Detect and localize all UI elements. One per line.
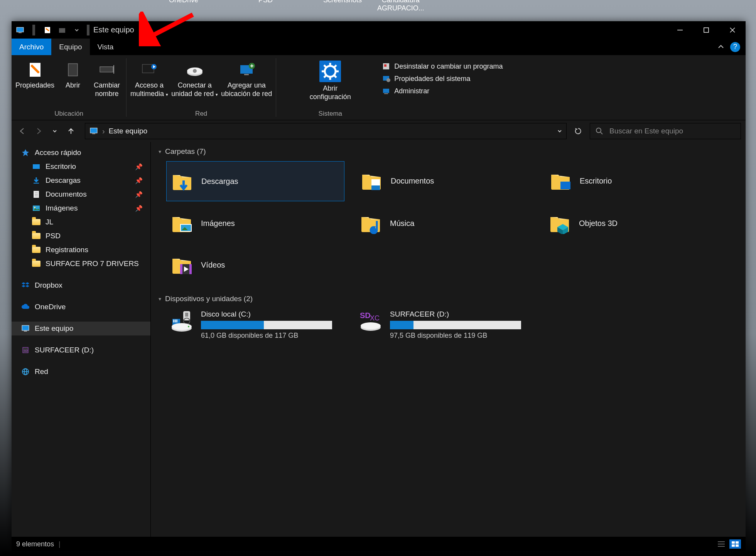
sidebar-surfaceer-drive[interactable]: SD SURFACEER (D:) [12, 343, 150, 357]
folder-label: Documentos [391, 177, 434, 185]
breadcrumb[interactable]: Este equipo [109, 127, 147, 135]
folder-icon [548, 212, 571, 235]
svg-text:SD: SD [360, 311, 371, 320]
svg-rect-55 [371, 185, 380, 190]
qat-properties-icon[interactable] [41, 24, 54, 36]
svg-rect-62 [189, 264, 192, 274]
tab-view[interactable]: Vista [90, 39, 122, 55]
sidebar-this-pc[interactable]: Este equipo [12, 322, 150, 335]
details-view-button[interactable] [716, 539, 727, 549]
properties-button[interactable]: Propiedades [15, 58, 54, 108]
window-title: Este equipo [93, 25, 134, 34]
collapse-ribbon-icon[interactable] [717, 42, 725, 51]
folder-icon [360, 169, 383, 192]
history-dropdown[interactable] [49, 125, 61, 137]
folder-item[interactable]: Descargas [166, 161, 344, 201]
forward-button[interactable] [32, 125, 45, 137]
drive-icon [170, 310, 194, 332]
sidebar-quick-item[interactable]: Descargas📌 [12, 174, 150, 187]
drive-icon: SDXC [359, 310, 383, 332]
drive-item[interactable]: SDXC SURFACEER (D:) 97,5 GB disponibles … [355, 308, 533, 341]
tab-file[interactable]: Archivo [12, 39, 51, 55]
open-settings-button[interactable]: Abrir configuración [310, 58, 351, 101]
drive-label: Disco local (C:) [201, 310, 340, 318]
add-network-location-button[interactable]: Agregar una ubicación de red [221, 58, 272, 108]
maximize-button[interactable] [693, 21, 719, 39]
chevron-down-icon: ▾ [159, 148, 161, 155]
folder-item[interactable]: Música [355, 204, 533, 243]
svg-point-59 [371, 227, 376, 233]
content-pane: ▾ Carpetas (7) DescargasDocumentosEscrit… [151, 142, 746, 537]
svg-rect-83 [736, 541, 739, 544]
folder-label: Vídeos [201, 261, 225, 270]
svg-rect-56 [560, 182, 570, 189]
sidebar-quick-item[interactable]: PSD [12, 229, 150, 243]
svg-point-74 [188, 326, 189, 327]
folder-item[interactable]: Imágenes [166, 204, 344, 243]
ribbon-group-location: Propiedades Abrir Cambiar nombre Ubicaci… [12, 55, 126, 120]
manage-link[interactable]: Administrar [382, 87, 503, 95]
desktop-icon[interactable]: Candidatura AGRUPACIO... [377, 0, 424, 12]
sidebar-network[interactable]: Red [12, 365, 150, 379]
search-icon [596, 127, 603, 135]
svg-line-26 [324, 65, 326, 67]
sidebar-quick-item[interactable]: Escritorio📌 [12, 160, 150, 174]
refresh-button[interactable] [570, 123, 586, 139]
address-bar[interactable]: › Este equipo [85, 123, 567, 139]
up-button[interactable] [65, 125, 77, 137]
svg-rect-84 [732, 544, 735, 547]
system-properties-link[interactable]: Propiedades del sistema [382, 74, 503, 83]
svg-point-21 [325, 66, 336, 77]
desktop-icons-row: OneDrive PSD Screenshots Candidatura AGR… [0, 0, 756, 15]
tab-computer[interactable]: Equipo [51, 39, 89, 55]
desktop-icon[interactable]: OneDrive [169, 0, 198, 4]
sidebar-quick-item[interactable]: Registrations [12, 243, 150, 257]
sidebar-onedrive[interactable]: OneDrive [12, 300, 150, 314]
sidebar-dropbox[interactable]: Dropbox [12, 278, 150, 292]
drive-free-text: 61,0 GB disponibles de 117 GB [201, 332, 340, 340]
qat-customize-icon[interactable] [71, 24, 83, 36]
cloud-icon [21, 302, 30, 312]
drive-item[interactable]: Disco local (C:) 61,0 GB disponibles de … [166, 308, 344, 341]
media-access-button[interactable]: Acceso a multimedia ▾ [130, 58, 168, 108]
search-input[interactable] [609, 126, 735, 136]
close-button[interactable] [719, 21, 746, 39]
folders-section-header[interactable]: ▾ Carpetas (7) [159, 145, 738, 158]
folder-icon [32, 259, 41, 268]
folder-item[interactable]: Escritorio [545, 161, 722, 200]
svg-rect-36 [92, 133, 95, 134]
folder-item[interactable]: Documentos [356, 161, 533, 200]
desktop-icon[interactable]: Screenshots [323, 0, 362, 4]
sidebar-quick-item[interactable]: SURFACE PRO 7 DRIVERS [12, 257, 150, 271]
sidebar-quick-item[interactable]: Documentos📌 [12, 187, 150, 201]
tiles-view-button[interactable] [729, 539, 741, 549]
group-label-system: Sistema [280, 108, 380, 118]
sidebar-quick-item[interactable]: JL [12, 215, 150, 229]
address-dropdown-icon[interactable] [557, 127, 562, 136]
search-box[interactable] [590, 123, 741, 139]
svg-rect-68 [176, 320, 177, 321]
folder-icon [170, 212, 193, 235]
folder-icon [170, 170, 194, 193]
folder-item[interactable]: Objetos 3D [544, 204, 722, 243]
sidebar-quick-item[interactable]: Imágenes📌 [12, 201, 150, 215]
open-button[interactable]: Abrir [57, 58, 88, 108]
drives-section-header[interactable]: ▾ Dispositivos y unidades (2) [159, 292, 738, 305]
map-drive-button[interactable]: Conectar a unidad de red ▾ [171, 58, 218, 108]
folder-label: Objetos 3D [579, 219, 618, 228]
qat-thispc-icon[interactable] [14, 24, 26, 36]
desktop-icon[interactable]: PSD [258, 0, 273, 4]
back-button[interactable] [16, 125, 29, 137]
status-item-count: 9 elementos [16, 540, 54, 548]
help-icon[interactable]: ? [730, 42, 740, 52]
rename-button[interactable]: Cambiar nombre [91, 58, 122, 108]
qat-new-folder-icon[interactable] [56, 24, 68, 36]
folder-item[interactable]: Vídeos [166, 245, 344, 285]
sidebar-item-label: PSD [46, 232, 61, 240]
sidebar-quick-access[interactable]: Acceso rápido [12, 146, 150, 160]
svg-rect-64 [185, 313, 188, 317]
folder-icon [170, 253, 193, 276]
uninstall-program-link[interactable]: Desinstalar o cambiar un programa [382, 62, 503, 71]
svg-text:SD: SD [24, 349, 28, 352]
minimize-button[interactable] [667, 21, 693, 39]
